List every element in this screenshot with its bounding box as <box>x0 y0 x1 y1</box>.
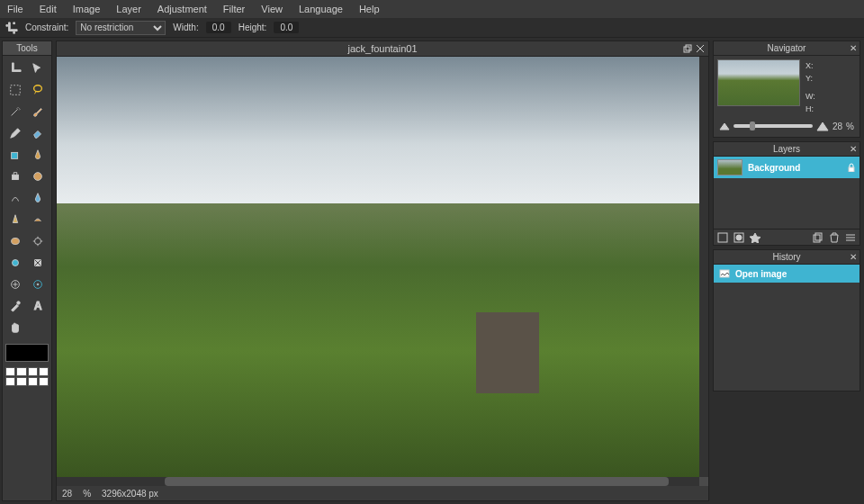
svg-rect-2 <box>12 152 18 158</box>
svg-rect-21 <box>815 233 822 240</box>
history-title: History <box>772 252 800 262</box>
swatch[interactable] <box>5 377 15 386</box>
menu-file[interactable]: File <box>7 4 23 14</box>
canvas-viewport[interactable]: 28 % 3296x2048 px <box>56 57 709 501</box>
menu-filter[interactable]: Filter <box>223 4 245 14</box>
close-icon[interactable]: ✕ <box>850 144 857 154</box>
svg-rect-15 <box>686 45 691 50</box>
redeye-tool[interactable] <box>5 253 25 273</box>
constraint-select[interactable]: No restriction <box>76 21 166 35</box>
wand-tool[interactable] <box>5 102 25 122</box>
svg-rect-14 <box>684 47 689 52</box>
swatch[interactable] <box>28 377 38 386</box>
bucket-tool[interactable] <box>5 145 25 165</box>
type-tool[interactable]: A <box>28 296 48 316</box>
trash-icon[interactable] <box>829 232 840 243</box>
popout-icon[interactable] <box>683 44 692 53</box>
spot-heal-tool[interactable] <box>28 253 48 273</box>
swatch[interactable] <box>16 367 26 376</box>
menu-edit[interactable]: Edit <box>40 4 57 14</box>
foreground-color[interactable] <box>5 344 49 362</box>
brush-tool[interactable] <box>28 102 48 122</box>
svg-rect-3 <box>13 175 19 179</box>
clone-tool[interactable] <box>5 166 25 186</box>
menu-icon[interactable] <box>845 232 856 243</box>
svg-point-11 <box>37 284 39 285</box>
duplicate-layer-icon[interactable] <box>813 232 824 243</box>
pinch-tool[interactable] <box>28 274 48 294</box>
constraint-label: Constraint: <box>25 22 68 32</box>
hand-tool[interactable] <box>5 318 25 338</box>
sponge-tool[interactable] <box>5 231 25 251</box>
blur-tool[interactable] <box>28 188 48 208</box>
horizontal-scrollbar[interactable] <box>57 477 699 486</box>
swatch[interactable] <box>39 367 49 376</box>
svg-point-12 <box>17 302 21 305</box>
close-icon[interactable] <box>696 44 705 53</box>
tools-panel: Tools A <box>2 40 52 501</box>
swatch[interactable] <box>39 377 49 386</box>
zoom-in-icon[interactable] <box>816 121 829 131</box>
width-value[interactable]: 0.0 <box>206 22 231 33</box>
color-replace-tool[interactable] <box>28 166 48 186</box>
layer-row[interactable]: Background <box>714 157 860 178</box>
pencil-tool[interactable] <box>5 123 25 143</box>
image-dimensions: 3296x2048 px <box>102 489 158 499</box>
svg-point-19 <box>736 235 742 240</box>
layers-title: Layers <box>773 144 800 154</box>
menu-view[interactable]: View <box>261 4 283 14</box>
eraser-tool[interactable] <box>28 123 48 143</box>
menu-language[interactable]: Language <box>299 4 343 14</box>
marquee-tool[interactable] <box>5 80 25 100</box>
zoom-tool[interactable] <box>28 318 48 338</box>
navigator-coords: X: Y: W: H: <box>806 59 815 115</box>
height-value[interactable]: 0.0 <box>274 22 299 33</box>
svg-point-5 <box>12 238 20 245</box>
crop-icon <box>5 22 18 34</box>
zoom-out-icon[interactable] <box>719 122 730 130</box>
new-layer-icon[interactable] <box>717 232 728 243</box>
svg-rect-16 <box>849 167 854 172</box>
menu-help[interactable]: Help <box>359 4 380 14</box>
lasso-tool[interactable] <box>28 80 48 100</box>
layer-style-icon[interactable] <box>750 232 760 243</box>
close-icon[interactable]: ✕ <box>850 252 857 262</box>
width-label: Width: <box>173 22 198 32</box>
layer-mask-icon[interactable] <box>734 232 744 243</box>
zoom-value: 28 <box>62 489 72 499</box>
smudge-tool[interactable] <box>28 210 48 230</box>
navigator-thumbnail[interactable] <box>717 59 800 106</box>
document-title: jack_fountain01 <box>347 43 417 54</box>
history-panel: History ✕ Open image <box>713 249 860 392</box>
dodge-tool[interactable] <box>28 231 48 251</box>
sharpen-tool[interactable] <box>5 210 25 230</box>
menu-image[interactable]: Image <box>73 4 101 14</box>
navigator-title: Navigator <box>768 43 806 53</box>
close-icon[interactable]: ✕ <box>850 43 857 53</box>
drawing-tool[interactable] <box>5 188 25 208</box>
height-label: Height: <box>238 22 267 32</box>
layers-panel: Layers ✕ Background <box>713 141 860 246</box>
layers-toolbar <box>714 229 860 245</box>
move-tool[interactable] <box>28 58 48 78</box>
crop-tool[interactable] <box>5 58 25 78</box>
colorpicker-tool[interactable] <box>5 296 25 316</box>
swatch[interactable] <box>16 377 26 386</box>
bloat-tool[interactable] <box>5 274 25 294</box>
history-item[interactable]: Open image <box>714 265 860 283</box>
canvas-area: jack_fountain01 28 % 3296x2048 px <box>56 40 709 501</box>
gradient-tool[interactable] <box>28 145 48 165</box>
vertical-scrollbar[interactable] <box>699 57 708 477</box>
zoom-slider[interactable] <box>734 124 813 128</box>
swatch[interactable] <box>28 367 38 376</box>
menu-layer[interactable]: Layer <box>116 4 141 14</box>
menubar: File Edit Image Layer Adjustment Filter … <box>0 0 864 18</box>
svg-point-6 <box>35 238 41 245</box>
swatch[interactable] <box>5 367 15 376</box>
lock-icon[interactable] <box>847 163 856 172</box>
zoom-unit: % <box>83 489 91 499</box>
options-bar: Constraint: No restriction Width: 0.0 He… <box>0 18 864 38</box>
canvas-image[interactable] <box>57 57 699 477</box>
canvas-header: jack_fountain01 <box>56 40 709 57</box>
menu-adjustment[interactable]: Adjustment <box>158 4 207 14</box>
